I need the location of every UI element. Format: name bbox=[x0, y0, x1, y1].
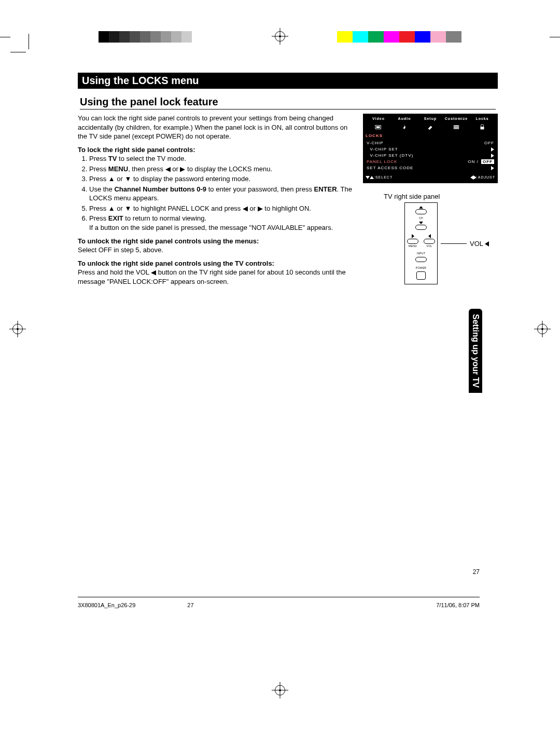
osd-tab-audio: Audio bbox=[391, 116, 417, 121]
osd-tab-setup: Setup bbox=[417, 116, 443, 121]
left-arrow-icon bbox=[485, 241, 489, 247]
footer-rule bbox=[78, 597, 480, 597]
svg-rect-3 bbox=[454, 126, 459, 127]
page-heading: Using the LOCKS menu bbox=[78, 73, 498, 89]
print-footer: 3X80801A_En_p26-29 27 7/11/06, 8:07 PM bbox=[78, 602, 480, 608]
lock-steps: Press TV to select the TV mode. Press ME… bbox=[78, 154, 353, 232]
osd-adjust-hint: :ADJUST bbox=[470, 175, 495, 180]
registration-mark-left bbox=[10, 322, 25, 336]
svg-rect-5 bbox=[454, 128, 459, 129]
unlock-menus-heading: To unlock the right side panel controls … bbox=[78, 237, 353, 246]
unlock-tv-body: Press and hold the VOL ◀ button on the T… bbox=[78, 268, 353, 286]
step-1: Press TV to select the TV mode. bbox=[89, 154, 353, 163]
osd-select-hint: :SELECT bbox=[366, 175, 393, 180]
osd-locks-menu: Video Audio Setup Customize Locks LOCKS bbox=[363, 114, 498, 183]
step-3: Press ▲ or ▼ to display the password ent… bbox=[89, 174, 353, 184]
step-5: Press ▲ or ▼ to highlight PANEL LOCK and… bbox=[89, 204, 353, 213]
side-panel-caption: TV right side panel bbox=[384, 193, 498, 200]
osd-row: PANEL LOCKON / OFF bbox=[366, 159, 495, 165]
svg-point-2 bbox=[403, 126, 405, 128]
lock-heading: To lock the right side panel controls: bbox=[78, 145, 353, 155]
osd-tab-video: Video bbox=[366, 116, 391, 121]
registration-mark-top bbox=[273, 29, 287, 44]
svg-rect-1 bbox=[376, 126, 380, 128]
osd-row: V-CHIPOFF bbox=[366, 140, 495, 146]
footer-datetime: 7/11/06, 8:07 PM bbox=[436, 602, 480, 608]
footer-file: 3X80801A_En_p26-29 bbox=[78, 602, 135, 608]
customize-icon bbox=[443, 123, 469, 132]
tv-side-panel-diagram: CH MENU VOL INPUT POWER bbox=[404, 202, 438, 284]
intro-paragraph: You can lock the right side panel contro… bbox=[78, 114, 353, 141]
osd-tab-customize: Customize bbox=[443, 116, 469, 121]
unlock-tv-heading: To unlock the right side panel controls … bbox=[78, 259, 353, 268]
page-number: 27 bbox=[473, 568, 480, 576]
leader-line bbox=[441, 243, 467, 244]
chapter-tab: Setting up your TV bbox=[469, 309, 482, 393]
setup-icon bbox=[417, 123, 443, 132]
vol-left-label: VOL bbox=[470, 240, 489, 248]
osd-row: V-CHIP SET (DTV) bbox=[366, 153, 495, 159]
osd-tab-locks: Locks bbox=[469, 116, 495, 121]
registration-mark-right bbox=[535, 322, 550, 336]
osd-row: V-CHIP SET bbox=[366, 146, 495, 153]
step-4: Use the Channel Number buttons 0-9 to en… bbox=[89, 185, 353, 203]
audio-icon bbox=[391, 123, 417, 132]
registration-mark-bottom bbox=[273, 683, 287, 697]
svg-rect-6 bbox=[481, 127, 484, 129]
osd-row: SET ACCESS CODE bbox=[366, 165, 495, 171]
section-title: Using the panel lock feature bbox=[80, 96, 496, 110]
step-2: Press MENU, then press ◀ or ▶ to display… bbox=[89, 165, 353, 174]
unlock-menus-body: Select OFF in step 5, above. bbox=[78, 245, 353, 255]
step-6: Press EXIT to return to normal viewing.I… bbox=[89, 214, 353, 232]
svg-rect-4 bbox=[454, 127, 459, 128]
locks-icon bbox=[469, 123, 495, 132]
footer-page: 27 bbox=[187, 602, 193, 608]
osd-title: LOCKS bbox=[366, 133, 495, 138]
video-icon bbox=[366, 123, 391, 132]
